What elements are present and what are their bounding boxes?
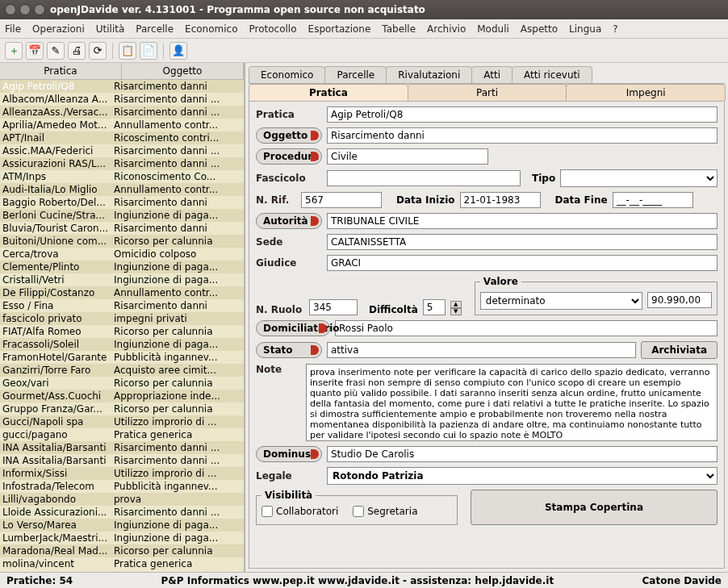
- nruolo-input[interactable]: [309, 299, 358, 315]
- autorita-button[interactable]: Autorità: [256, 213, 322, 229]
- table-row[interactable]: ATM/InpsRiconoscimento Co...: [0, 170, 244, 183]
- table-row[interactable]: Aprilia/Amedeo Mot...Annullamento contr.…: [0, 119, 244, 131]
- table-row[interactable]: Geox/variRicorso per calunnia: [0, 377, 244, 390]
- stato-input[interactable]: [327, 342, 636, 358]
- dominus-button[interactable]: Dominus: [256, 446, 322, 462]
- toolbar-calendar-icon[interactable]: 📅: [26, 42, 44, 60]
- menu-protocollo[interactable]: Protocollo: [249, 23, 297, 35]
- fascicolo-input[interactable]: [327, 170, 521, 186]
- table-row[interactable]: Cristalli/VetriIngiunzione di paga...: [0, 273, 244, 286]
- table-row[interactable]: Informix/SissiUtilizzo improrio di ...: [0, 467, 244, 480]
- tab-atti[interactable]: Atti: [471, 66, 513, 83]
- table-row[interactable]: Agip Petroli/Q8Risarcimento danni: [0, 80, 244, 93]
- table-row[interactable]: Buitoni/Unione com...Ricorso per calunni…: [0, 235, 244, 248]
- menu-archivio[interactable]: Archivio: [427, 23, 466, 35]
- menu-moduli[interactable]: Moduli: [477, 23, 509, 35]
- segretaria-checkbox[interactable]: Segretaria: [353, 506, 417, 517]
- menu-operazioni[interactable]: Operazioni: [32, 23, 85, 35]
- table-row[interactable]: Esso / FinaRisarcimento danni: [0, 299, 244, 312]
- table-row[interactable]: Lilli/vagabondoprova: [0, 493, 244, 506]
- toolbar-refresh-icon[interactable]: ⟳: [89, 42, 107, 60]
- data-fine-input[interactable]: [613, 192, 693, 208]
- tab-impegni[interactable]: Impegni: [566, 84, 726, 101]
- menu-help[interactable]: ?: [613, 23, 617, 35]
- toolbar-page-icon[interactable]: 📄: [140, 42, 157, 60]
- toolbar-new-icon[interactable]: ＋: [5, 42, 23, 60]
- table-row[interactable]: INA Assitalia/BarsantiRisarcimento danni…: [0, 454, 244, 467]
- table-row[interactable]: FIAT/Alfa RomeoRicorso per calunnia: [0, 325, 244, 338]
- table-row[interactable]: Audi-Italia/Lo MiglioAnnullamento contr.…: [0, 183, 244, 196]
- toolbar-edit-icon[interactable]: ✎: [47, 42, 65, 60]
- minimize-window-button[interactable]: [19, 4, 31, 15]
- tab-parti[interactable]: Parti: [408, 84, 567, 101]
- table-row[interactable]: Baggio Roberto/Del...Risarcimento danni: [0, 196, 244, 209]
- dominus-input[interactable]: [327, 446, 718, 462]
- menu-parcelle[interactable]: Parcelle: [136, 23, 174, 35]
- table-row[interactable]: Lo Verso/MareaIngiunzione di paga...: [0, 519, 244, 532]
- menu-economico[interactable]: Economico: [185, 23, 237, 35]
- table-row[interactable]: Lloide Assicurazioni...Risarcimento dann…: [0, 506, 244, 519]
- table-row[interactable]: Berloni Cucine/Stra...Ingiunzione di pag…: [0, 209, 244, 222]
- menu-aspetto[interactable]: Aspetto: [521, 23, 558, 35]
- col-pratica[interactable]: Pratica: [0, 63, 122, 79]
- table-row[interactable]: Gourmet/Ass.CuochiAppropriazione inde...: [0, 390, 244, 402]
- domiciliatario-input[interactable]: [335, 320, 718, 336]
- table-row[interactable]: Clemente/PlintoIngiunzione di paga...: [0, 261, 244, 273]
- valore-tipo-select[interactable]: determinato: [480, 292, 642, 310]
- tab-pratica[interactable]: Pratica: [249, 84, 408, 101]
- note-textarea[interactable]: prova inserimento note per verificare la…: [306, 364, 718, 441]
- tab-rivalutazioni[interactable]: Rivalutazioni: [386, 66, 472, 83]
- autorita-input[interactable]: [327, 213, 718, 229]
- difficolta-input[interactable]: [423, 299, 446, 315]
- toolbar-schedule-icon[interactable]: 📋: [119, 42, 136, 60]
- table-row[interactable]: LumberJack/Maestri...Ingiunzione di paga…: [0, 532, 244, 544]
- difficolta-spinner[interactable]: ▲▼: [450, 301, 462, 315]
- list-body[interactable]: Agip Petroli/Q8Risarcimento danniAlbacom…: [0, 80, 244, 572]
- table-row[interactable]: Infostrada/TelecomPubblicità ingannev...: [0, 480, 244, 493]
- toolbar-user-icon[interactable]: 👤: [169, 42, 187, 60]
- table-row[interactable]: fascicolo privatoimpegni privati: [0, 312, 244, 325]
- menu-utilita[interactable]: Utilità: [96, 23, 125, 35]
- oggetto-input[interactable]: [327, 127, 718, 144]
- table-row[interactable]: FramonHotel/GarantePubblicità ingannev..…: [0, 351, 244, 364]
- table-row[interactable]: De Filippi/CostanzoAnnullamento contr...: [0, 286, 244, 299]
- table-row[interactable]: molina/vincentPratica generica: [0, 557, 244, 570]
- giudice-input[interactable]: [327, 255, 718, 271]
- table-row[interactable]: Gruppo Franza/Gar...Ricorso per calunnia: [0, 402, 244, 415]
- legale-select[interactable]: Rotondo Patrizia: [327, 467, 718, 485]
- procedura-input[interactable]: [327, 148, 488, 165]
- table-row[interactable]: Assicurazioni RAS/L...Risarcimento danni…: [0, 157, 244, 170]
- close-window-button[interactable]: [5, 4, 16, 15]
- collaboratori-checkbox[interactable]: Collaboratori: [261, 506, 338, 517]
- archiviata-button[interactable]: Archiviata: [641, 341, 718, 359]
- table-row[interactable]: INA Assitalia/BarsantiRisarcimento danni…: [0, 441, 244, 454]
- data-inizio-input[interactable]: [460, 192, 541, 208]
- table-row[interactable]: AlleanzaAss./Versac...Risarcimento danni…: [0, 106, 244, 119]
- maximize-window-button[interactable]: [34, 4, 45, 15]
- menu-esportazione[interactable]: Esportazione: [308, 23, 371, 35]
- tab-economico[interactable]: Economico: [249, 66, 325, 83]
- stato-button[interactable]: Stato: [256, 342, 322, 358]
- pratica-input[interactable]: [327, 106, 718, 123]
- menu-lingua[interactable]: Lingua: [569, 23, 601, 35]
- table-row[interactable]: Assic.MAA/FedericiRisarcimento danni ...: [0, 144, 244, 157]
- procedura-button[interactable]: Procedura: [256, 148, 322, 165]
- table-row[interactable]: Fracassoli/SoleilIngiunzione di paga...: [0, 338, 244, 351]
- col-oggetto[interactable]: Oggetto: [122, 63, 244, 79]
- toolbar-print-icon[interactable]: 🖨: [68, 42, 86, 60]
- tab-atti-ricevuti[interactable]: Atti ricevuti: [512, 66, 592, 83]
- table-row[interactable]: Bluvia/Tourist Caron...Risarcimento dann…: [0, 222, 244, 235]
- table-row[interactable]: Cerca/trovaOmicidio colposo: [0, 248, 244, 261]
- tipo-select[interactable]: [560, 169, 718, 187]
- stampa-copertina-button[interactable]: Stampa Copertina: [471, 490, 718, 525]
- tab-parcelle[interactable]: Parcelle: [324, 66, 387, 83]
- table-row[interactable]: Gucci/Napoli spaUtilizzo improrio di ...: [0, 415, 244, 428]
- sede-input[interactable]: [327, 234, 718, 250]
- domiciliatario-button[interactable]: Domiciliatario: [256, 320, 330, 336]
- table-row[interactable]: gucci/paganoPratica generica: [0, 428, 244, 441]
- menu-tabelle[interactable]: Tabelle: [382, 23, 416, 35]
- table-row[interactable]: APT/InailRicoscimento contri...: [0, 131, 244, 144]
- nrif-input[interactable]: [301, 192, 382, 208]
- oggetto-button[interactable]: Oggetto: [256, 127, 322, 144]
- menu-file[interactable]: File: [5, 23, 21, 35]
